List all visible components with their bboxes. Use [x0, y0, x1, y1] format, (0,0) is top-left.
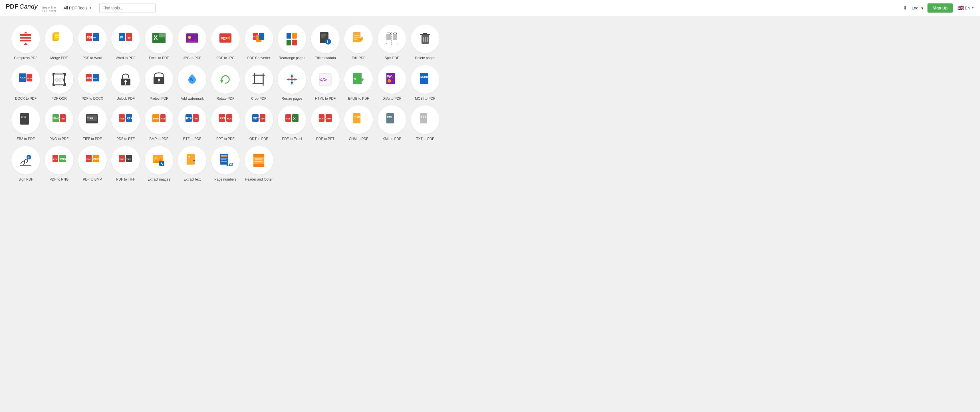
tool-pdf-to-excel[interactable]: PDF X PDF to Excel	[278, 105, 307, 141]
excel-to-pdf-icon: X	[151, 31, 167, 46]
tool-pdf-to-tiff[interactable]: PDF TIFF PDF to TIFF	[111, 146, 140, 182]
svg-point-104	[388, 79, 391, 83]
tool-label-chm-to-pdf: CHM to PDF	[349, 137, 368, 141]
tool-label-pdf-ocr: PDF OCR	[51, 97, 67, 101]
tool-pdf-to-jpg[interactable]: PDF PDF to JPG	[211, 25, 240, 61]
tool-add-watermark[interactable]: W Add watermark	[178, 65, 207, 101]
tool-circle-pdf-to-rtf: PDF RTF	[111, 105, 140, 134]
tool-docx-to-pdf[interactable]: DOCX PDF DOCX to PDF	[11, 65, 40, 101]
svg-text:W: W	[120, 36, 123, 39]
tool-label-split-pdf: Split PDF	[385, 56, 399, 61]
language-selector[interactable]: 🇬🇧 EN ▼	[958, 5, 974, 11]
tool-mobi-to-pdf[interactable]: MOBI MOBI to PDF	[410, 65, 439, 101]
tool-odt-to-pdf[interactable]: ODT PDF ODT to PDF	[244, 105, 273, 141]
tool-pdf-to-png[interactable]: PDF PNG PDF to PNG	[45, 146, 74, 182]
svg-rect-72	[65, 83, 66, 86]
tool-fb2-to-pdf[interactable]: FB2 FB2 to PDF	[11, 105, 40, 141]
tool-edit-pdf[interactable]: Edit PDF	[344, 25, 373, 61]
tool-pdf-ocr[interactable]: OCR PDF OCR	[45, 65, 74, 101]
tool-label-rotate-pdf: Rotate PDF	[216, 97, 235, 101]
tool-circle-pdf-converter: PDF	[245, 25, 273, 53]
tool-pdf-to-docx[interactable]: PDF DOCX PDF to DOCX	[78, 65, 107, 101]
tool-rearrange-pages[interactable]: Rearrange pages	[278, 25, 307, 61]
tool-circle-delete-pages	[411, 25, 439, 53]
tool-compress-pdf[interactable]: Compress PDF	[11, 25, 40, 61]
pdf-to-bmp-icon: PDF BMP	[85, 153, 100, 168]
page-numbers-icon: 123	[218, 153, 233, 168]
resize-icon	[284, 72, 300, 87]
tool-pdf-to-ppt[interactable]: PDF PPT PDF to PPT	[311, 105, 340, 141]
pdf-to-jpg-icon: PDF	[218, 31, 233, 46]
logo[interactable]: PDFCandy free online PDF editor	[6, 3, 56, 13]
tool-html-to-pdf[interactable]: </> HTML to PDF	[311, 65, 340, 101]
tool-page-numbers[interactable]: 123 Page numbers	[211, 146, 240, 182]
svg-marker-86	[220, 80, 223, 83]
tool-extract-images[interactable]: Extract images	[145, 146, 173, 182]
tool-circle-fb2-to-pdf: FB2	[11, 105, 40, 134]
tool-unlock-pdf[interactable]: Unlock PDF	[111, 65, 140, 101]
mobi-icon: MOBI	[417, 72, 433, 87]
login-button[interactable]: Log In	[912, 6, 923, 10]
tool-txt-to-pdf[interactable]: TXT TXT to PDF	[410, 105, 439, 141]
tool-merge-pdf[interactable]: Merge PDF	[45, 25, 74, 61]
tool-label-page-numbers: Page numbers	[214, 177, 237, 182]
tool-circle-png-to-pdf: PNG PDF	[45, 105, 73, 134]
svg-text:TIFF: TIFF	[126, 158, 131, 161]
svg-text:PDF: PDF	[119, 117, 125, 120]
tool-bmp-to-pdf[interactable]: BMP PDF BMP to PDF	[145, 105, 173, 141]
tool-djvu-to-pdf[interactable]: DjVu DjVu to PDF	[377, 65, 406, 101]
tool-label-tiff-to-pdf: TIFF to PDF	[83, 137, 102, 141]
tool-split-pdf[interactable]: Split PDF	[377, 25, 406, 61]
svg-text:BMP: BMP	[153, 117, 159, 120]
tool-circle-pdf-to-word: PDF W	[78, 25, 107, 53]
tool-resize-pages[interactable]: Resize pages	[278, 65, 307, 101]
svg-rect-49	[387, 34, 391, 40]
tool-pdf-converter[interactable]: PDF PDF Converter	[244, 25, 273, 61]
tool-crop-pdf[interactable]: Crop PDF	[244, 65, 273, 101]
search-input[interactable]	[99, 3, 156, 13]
tool-sign-pdf[interactable]: Sign PDF	[11, 146, 40, 182]
tool-label-pdf-to-rtf: PDF to RTF	[116, 137, 135, 141]
tool-extract-text[interactable]: T Extract text	[178, 146, 207, 182]
svg-rect-21	[159, 34, 165, 37]
tool-rtf-to-pdf[interactable]: RTF PDF RTF to PDF	[178, 105, 207, 141]
tool-circle-extract-images	[145, 146, 173, 174]
tool-circle-djvu-to-pdf: DjVu	[377, 65, 406, 94]
tool-chm-to-pdf[interactable]: CHM CHM to PDF	[344, 105, 373, 141]
svg-text:MOBI: MOBI	[420, 75, 428, 78]
tool-epub-to-pdf[interactable]: e EPUB to PDF	[344, 65, 373, 101]
tool-circle-pdf-to-bmp: PDF BMP	[78, 146, 107, 174]
tool-word-to-pdf[interactable]: W PDF Word to PDF	[111, 25, 140, 61]
tool-excel-to-pdf[interactable]: X Excel to PDF	[145, 25, 173, 61]
svg-rect-66	[52, 73, 54, 76]
tool-delete-pages[interactable]: Delete pages	[410, 25, 439, 61]
tool-label-djvu-to-pdf: DjVu to PDF	[382, 97, 401, 101]
svg-marker-93	[294, 78, 297, 81]
svg-text:TIFF: TIFF	[87, 117, 93, 120]
svg-rect-1	[20, 37, 31, 38]
tool-circle-compress-pdf	[11, 25, 40, 53]
tool-protect-pdf[interactable]: Protect PDF	[145, 65, 173, 101]
tool-header-footer[interactable]: Header and footer	[244, 146, 273, 182]
svg-text:PDF: PDF	[319, 117, 324, 120]
all-pdf-tools-dropdown[interactable]: All PDF Tools ▼	[60, 4, 95, 12]
tool-label-edit-metadata: Edit metadata	[315, 56, 336, 61]
svg-rect-190	[221, 161, 227, 162]
tool-tiff-to-pdf[interactable]: TIFF TIFF to PDF	[78, 105, 107, 141]
tool-png-to-pdf[interactable]: PNG PDF PNG to PDF	[45, 105, 74, 141]
tool-edit-metadata[interactable]: i Edit metadata	[311, 25, 340, 61]
tool-rotate-pdf[interactable]: Rotate PDF	[211, 65, 240, 101]
tool-pdf-to-bmp[interactable]: PDF BMP PDF to BMP	[78, 146, 107, 182]
tool-jpg-to-pdf[interactable]: JPG to PDF	[178, 25, 207, 61]
tool-pdf-to-rtf[interactable]: PDF RTF PDF to RTF	[111, 105, 140, 141]
signup-button[interactable]: Sign Up	[928, 3, 953, 13]
svg-text:PPT: PPT	[220, 117, 225, 120]
tool-ppt-to-pdf[interactable]: PPT PDF PPT to PDF	[211, 105, 240, 141]
svg-rect-102	[387, 73, 395, 84]
tool-pdf-to-word[interactable]: PDF W PDF to Word	[78, 25, 107, 61]
svg-marker-96	[291, 75, 293, 77]
tool-xml-to-pdf[interactable]: XML XML to PDF	[377, 105, 406, 141]
tool-label-ppt-to-pdf: PPT to PDF	[216, 137, 235, 141]
download-icon[interactable]: ⬇	[903, 5, 907, 11]
tool-circle-pdf-to-ppt: PDF PPT	[311, 105, 340, 134]
